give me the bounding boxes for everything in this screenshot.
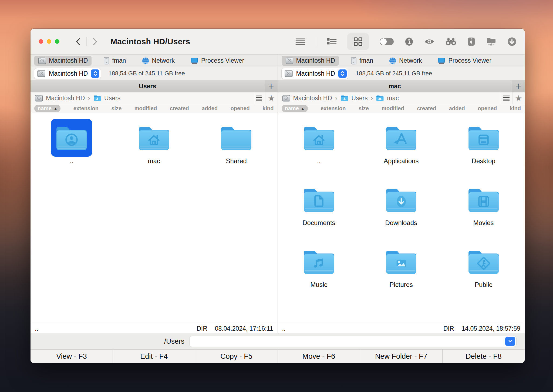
column-modified[interactable]: modified bbox=[382, 105, 404, 112]
minimize-button[interactable] bbox=[47, 39, 51, 44]
breadcrumb-segment[interactable]: mac bbox=[387, 95, 399, 102]
file-item-public[interactable]: Public bbox=[442, 240, 525, 302]
add-tab-button[interactable] bbox=[512, 80, 525, 92]
column-opened[interactable]: opened bbox=[231, 105, 250, 112]
download-icon[interactable] bbox=[507, 37, 517, 46]
file-item-mac[interactable]: mac bbox=[113, 117, 195, 179]
column-name-sorted[interactable]: name▲ bbox=[282, 105, 308, 112]
breadcrumb-row: Macintosh HD Users Macintosh HD bbox=[31, 92, 525, 104]
toggle-icon[interactable] bbox=[379, 38, 394, 46]
add-tab-button[interactable] bbox=[265, 80, 278, 92]
file-item-shared[interactable]: Shared bbox=[195, 117, 278, 179]
file-item-parent[interactable]: .. bbox=[278, 117, 360, 179]
column-created[interactable]: created bbox=[170, 105, 189, 112]
column-extension[interactable]: extension bbox=[321, 105, 346, 112]
tab-label: fman bbox=[112, 57, 126, 64]
sort-asc-icon: ▲ bbox=[54, 106, 57, 110]
tab-macintosh-hd[interactable]: Macintosh HD bbox=[34, 56, 92, 66]
hard-drive-icon bbox=[285, 57, 294, 64]
window-title: Macintosh HD/Users bbox=[110, 37, 190, 46]
folder-music-icon bbox=[302, 248, 336, 275]
selection-highlight bbox=[51, 119, 92, 157]
command-history-button[interactable] bbox=[505, 337, 515, 346]
column-name-sorted[interactable]: name▲ bbox=[34, 105, 60, 112]
traffic-lights bbox=[39, 39, 59, 44]
tab-process-viewer[interactable]: Process Viewer bbox=[187, 56, 248, 66]
file-label: Downloads bbox=[385, 219, 417, 227]
status-selected-name: .. bbox=[282, 325, 443, 332]
network-folder-icon[interactable] bbox=[486, 37, 497, 46]
column-kind[interactable]: kind bbox=[262, 105, 274, 112]
breadcrumb-segment[interactable]: Users bbox=[352, 95, 368, 102]
file-item-parent[interactable]: .. bbox=[31, 117, 113, 179]
drive-selector[interactable]: Macintosh HD bbox=[282, 68, 348, 79]
file-label: Applications bbox=[384, 157, 419, 165]
breadcrumb-segment[interactable]: Macintosh HD bbox=[293, 95, 332, 102]
folder-picture-icon bbox=[385, 248, 418, 275]
move-f6-button[interactable]: Move - F6 bbox=[278, 350, 360, 363]
favorites-button[interactable] bbox=[265, 92, 278, 104]
close-button[interactable] bbox=[39, 39, 43, 44]
file-item-music[interactable]: Music bbox=[278, 240, 360, 302]
drive-stepper-button[interactable] bbox=[91, 69, 99, 78]
file-item-documents[interactable]: Documents bbox=[278, 179, 360, 240]
tab-label: Network bbox=[152, 57, 175, 64]
folder-public-icon bbox=[467, 248, 500, 275]
eye-icon[interactable] bbox=[424, 38, 434, 45]
file-item-downloads[interactable]: Downloads bbox=[360, 179, 442, 240]
info-icon[interactable] bbox=[405, 37, 413, 46]
column-added[interactable]: added bbox=[449, 105, 465, 112]
view-f3-button[interactable]: View - F3 bbox=[31, 350, 113, 363]
delete-f8-button[interactable]: Delete - F8 bbox=[442, 350, 525, 363]
tab-network[interactable]: Network bbox=[385, 56, 426, 66]
breadcrumb-segment[interactable]: Macintosh HD bbox=[46, 95, 85, 102]
folder-movie-icon bbox=[467, 186, 500, 213]
hard-drive-icon bbox=[282, 95, 290, 102]
command-input[interactable] bbox=[191, 337, 505, 345]
file-item-applications[interactable]: Applications bbox=[360, 117, 442, 179]
binoculars-icon[interactable] bbox=[445, 38, 457, 46]
file-item-movies[interactable]: Movies bbox=[442, 179, 525, 240]
tab-macintosh-hd[interactable]: Macintosh HD bbox=[282, 56, 339, 66]
zip-icon[interactable] bbox=[467, 37, 475, 46]
view-mode-button[interactable] bbox=[500, 92, 512, 104]
new-folder-f7-button[interactable]: New Folder - F7 bbox=[360, 350, 442, 363]
forward-button[interactable] bbox=[92, 38, 98, 46]
column-opened[interactable]: opened bbox=[478, 105, 497, 112]
column-size[interactable]: size bbox=[359, 105, 369, 112]
drive-name: Macintosh HD bbox=[296, 70, 335, 77]
drive-selector[interactable]: Macintosh HD bbox=[34, 68, 101, 79]
grid-view-icon[interactable] bbox=[348, 33, 369, 50]
column-created[interactable]: created bbox=[417, 105, 436, 112]
menu-icon[interactable] bbox=[295, 38, 305, 45]
column-modified[interactable]: modified bbox=[134, 105, 157, 112]
title-bar: Macintosh HD/Users bbox=[31, 29, 525, 54]
copy-f5-button[interactable]: Copy - F5 bbox=[195, 350, 277, 363]
breadcrumb[interactable]: Macintosh HD Users mac bbox=[278, 94, 500, 102]
left-pane-grid: .. mac bbox=[31, 113, 278, 324]
edit-f4-button[interactable]: Edit - F4 bbox=[113, 350, 195, 363]
column-extension[interactable]: extension bbox=[73, 105, 99, 112]
zoom-button[interactable] bbox=[55, 39, 59, 44]
view-mode-button[interactable] bbox=[253, 92, 265, 104]
favorites-button[interactable] bbox=[512, 92, 525, 104]
column-size[interactable]: size bbox=[111, 105, 122, 112]
hard-drive-icon bbox=[284, 70, 293, 77]
folder-home-icon bbox=[137, 124, 171, 151]
drive-icon bbox=[103, 57, 109, 65]
status-kind: DIR bbox=[443, 325, 454, 332]
column-kind[interactable]: kind bbox=[510, 105, 521, 112]
tab-network[interactable]: Network bbox=[138, 56, 178, 66]
breadcrumb-segment[interactable]: Users bbox=[104, 95, 120, 102]
back-button[interactable] bbox=[75, 38, 81, 46]
file-item-pictures[interactable]: Pictures bbox=[360, 240, 442, 302]
list-view-icon[interactable] bbox=[327, 38, 337, 45]
tab-fman[interactable]: fman bbox=[100, 56, 130, 66]
column-added[interactable]: added bbox=[202, 105, 218, 112]
drive-stepper-button[interactable] bbox=[338, 69, 347, 78]
monitor-icon bbox=[190, 57, 198, 64]
tab-fman[interactable]: fman bbox=[347, 56, 377, 66]
breadcrumb[interactable]: Macintosh HD Users bbox=[31, 94, 253, 102]
tab-process-viewer[interactable]: Process Viewer bbox=[434, 56, 495, 66]
file-item-desktop[interactable]: Desktop bbox=[442, 117, 525, 179]
